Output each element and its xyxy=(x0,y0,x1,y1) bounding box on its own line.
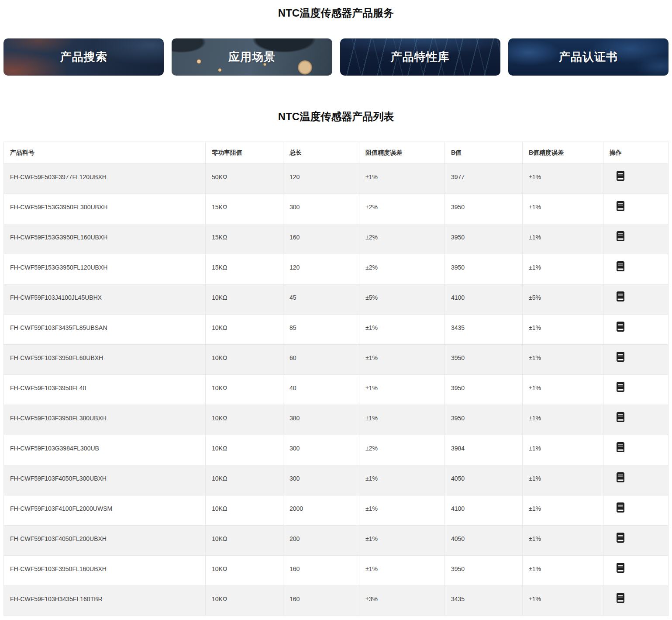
cell-resistance-tolerance: ±1% xyxy=(359,375,445,405)
book-icon xyxy=(617,533,624,543)
cell-zero-power-resistance: 10KΩ xyxy=(206,465,283,495)
table-row: FH-CWF59F103F3950FL4010KΩ40±1%3950±1% xyxy=(4,375,669,405)
view-detail-button[interactable] xyxy=(617,352,624,362)
cell-b-value-tolerance: ±1% xyxy=(523,465,603,495)
view-detail-button[interactable] xyxy=(617,502,624,513)
cell-b-value: 3950 xyxy=(445,345,523,375)
cell-action xyxy=(603,315,669,345)
cell-total-length: 120 xyxy=(283,164,359,194)
book-icon xyxy=(617,563,624,573)
cell-action xyxy=(603,405,669,435)
cell-action xyxy=(603,435,669,465)
cell-action xyxy=(603,254,669,284)
banner-application-scenarios[interactable]: 应用场景 xyxy=(172,38,332,76)
banner-product-certificates[interactable]: 产品认证书 xyxy=(508,38,669,76)
view-detail-button[interactable] xyxy=(617,291,624,301)
cell-part-number: FH-CWF59F103F3435FL85UBSAN xyxy=(4,315,206,345)
cell-zero-power-resistance: 10KΩ xyxy=(206,315,283,345)
cell-resistance-tolerance: ±1% xyxy=(359,405,445,435)
cell-total-length: 300 xyxy=(283,465,359,495)
view-detail-button[interactable] xyxy=(617,472,624,482)
cell-total-length: 200 xyxy=(283,526,359,556)
cell-zero-power-resistance: 10KΩ xyxy=(206,495,283,526)
cell-total-length: 160 xyxy=(283,224,359,254)
cell-total-length: 160 xyxy=(283,586,359,616)
cell-part-number: FH-CWF59F103F4050FL200UBXH xyxy=(4,526,206,556)
view-detail-button[interactable] xyxy=(617,231,624,241)
table-row: FH-CWF59F503F3977FL120UBXH50KΩ120±1%3977… xyxy=(4,164,669,194)
product-table-body: FH-CWF59F503F3977FL120UBXH50KΩ120±1%3977… xyxy=(4,164,669,616)
cell-action xyxy=(603,465,669,495)
view-detail-button[interactable] xyxy=(617,261,624,271)
cell-b-value: 4050 xyxy=(445,465,523,495)
table-row: FH-CWF59F103F4050FL300UBXH10KΩ300±1%4050… xyxy=(4,465,669,495)
cell-resistance-tolerance: ±2% xyxy=(359,224,445,254)
view-detail-button[interactable] xyxy=(617,322,624,332)
view-detail-button[interactable] xyxy=(617,533,624,543)
page-title: NTC温度传感器产品服务 xyxy=(0,7,672,19)
cell-zero-power-resistance: 10KΩ xyxy=(206,284,283,315)
cell-b-value-tolerance: ±1% xyxy=(523,164,603,194)
cell-resistance-tolerance: ±1% xyxy=(359,315,445,345)
banner-row: 产品搜索 应用场景 产品特性库 产品认证书 xyxy=(0,38,672,76)
header-part-number: 产品料号 xyxy=(4,142,206,164)
cell-b-value: 3950 xyxy=(445,254,523,284)
cell-b-value-tolerance: ±1% xyxy=(523,556,603,586)
banner-product-features-library[interactable]: 产品特性库 xyxy=(340,38,500,76)
cell-zero-power-resistance: 10KΩ xyxy=(206,556,283,586)
cell-b-value-tolerance: ±1% xyxy=(523,586,603,616)
cell-total-length: 40 xyxy=(283,375,359,405)
table-row: FH-CWF59F153G3950FL160UBXH15KΩ160±2%3950… xyxy=(4,224,669,254)
cell-zero-power-resistance: 15KΩ xyxy=(206,194,283,224)
cell-part-number: FH-CWF59F103F4050FL300UBXH xyxy=(4,465,206,495)
view-detail-button[interactable] xyxy=(617,563,624,573)
cell-action xyxy=(603,194,669,224)
cell-zero-power-resistance: 10KΩ xyxy=(206,345,283,375)
table-row: FH-CWF59F103F3950FL380UBXH10KΩ380±1%3950… xyxy=(4,405,669,435)
banner-product-search[interactable]: 产品搜索 xyxy=(3,38,164,76)
book-icon xyxy=(617,382,624,392)
product-list-title: NTC温度传感器产品列表 xyxy=(0,111,672,123)
cell-part-number: FH-CWF59F103J4100JL45UBHX xyxy=(4,284,206,315)
cell-zero-power-resistance: 10KΩ xyxy=(206,375,283,405)
cell-resistance-tolerance: ±1% xyxy=(359,465,445,495)
book-icon xyxy=(617,442,624,452)
table-row: FH-CWF59F103F3950FL60UBXH10KΩ60±1%3950±1… xyxy=(4,345,669,375)
cell-action xyxy=(603,284,669,315)
cell-total-length: 2000 xyxy=(283,495,359,526)
cell-b-value: 3435 xyxy=(445,586,523,616)
cell-b-value: 4100 xyxy=(445,284,523,315)
cell-part-number: FH-CWF59F103F3950FL160UBXH xyxy=(4,556,206,586)
view-detail-button[interactable] xyxy=(617,171,624,181)
cell-action xyxy=(603,586,669,616)
cell-action xyxy=(603,164,669,194)
cell-b-value: 3950 xyxy=(445,556,523,586)
cell-b-value-tolerance: ±1% xyxy=(523,194,603,224)
view-detail-button[interactable] xyxy=(617,412,624,422)
cell-b-value: 3435 xyxy=(445,315,523,345)
view-detail-button[interactable] xyxy=(617,442,624,452)
cell-total-length: 300 xyxy=(283,194,359,224)
cell-part-number: FH-CWF59F103F3950FL380UBXH xyxy=(4,405,206,435)
header-actions: 操作 xyxy=(603,142,669,164)
book-icon xyxy=(617,502,624,513)
header-resistance-tolerance: 阻值精度误差 xyxy=(359,142,445,164)
table-header-row: 产品料号 零功率阻值 总长 阻值精度误差 B值 B值精度误差 操作 xyxy=(4,142,669,164)
view-detail-button[interactable] xyxy=(617,201,624,211)
book-icon xyxy=(617,231,624,241)
cell-b-value-tolerance: ±1% xyxy=(523,435,603,465)
cell-b-value-tolerance: ±1% xyxy=(523,345,603,375)
book-icon xyxy=(617,412,624,422)
view-detail-button[interactable] xyxy=(617,382,624,392)
cell-part-number: FH-CWF59F103H3435FL160TBR xyxy=(4,586,206,616)
view-detail-button[interactable] xyxy=(617,593,624,603)
book-icon xyxy=(617,291,624,301)
cell-resistance-tolerance: ±1% xyxy=(359,526,445,556)
cell-b-value: 3950 xyxy=(445,375,523,405)
cell-b-value-tolerance: ±1% xyxy=(523,254,603,284)
cell-b-value: 3950 xyxy=(445,405,523,435)
cell-resistance-tolerance: ±5% xyxy=(359,284,445,315)
banner-label: 应用场景 xyxy=(228,49,276,65)
table-row: FH-CWF59F103F4100FL2000UWSM10KΩ2000±1%41… xyxy=(4,495,669,526)
cell-resistance-tolerance: ±1% xyxy=(359,495,445,526)
